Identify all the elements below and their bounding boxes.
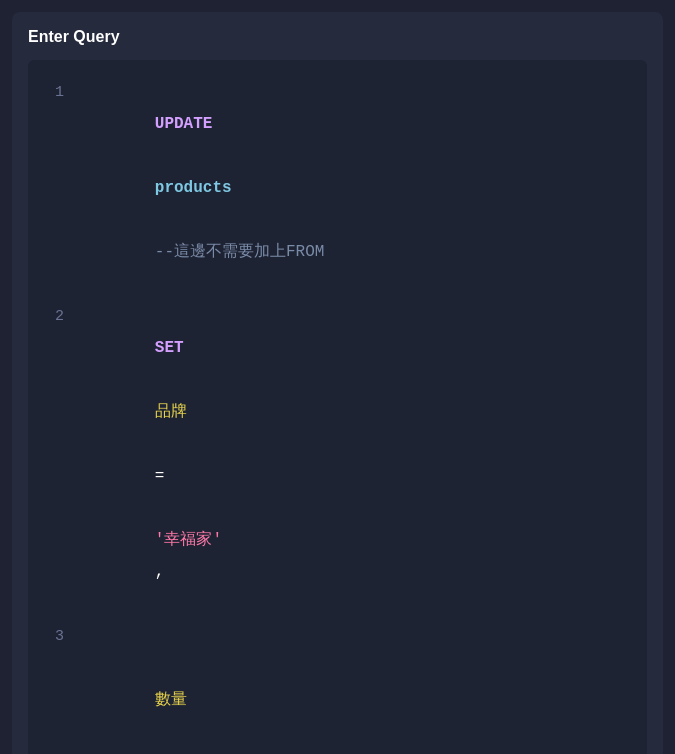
keyword-set: SET bbox=[155, 339, 184, 357]
field-brand: 品牌 bbox=[155, 403, 187, 421]
comment-text: --這邊不需要加上FROM bbox=[155, 243, 325, 261]
line-number-3: 3 bbox=[40, 622, 64, 652]
space bbox=[155, 211, 165, 229]
code-line-2: 2 SET 品牌 = '幸福家' , bbox=[40, 300, 635, 620]
keyword-update: UPDATE bbox=[155, 115, 213, 133]
field-qty: 數量 bbox=[155, 691, 187, 709]
comma: , bbox=[155, 563, 165, 581]
operator-eq: = bbox=[155, 467, 165, 485]
space bbox=[155, 499, 165, 517]
code-line-1: 1 UPDATE products --這邊不需要加上FROM bbox=[40, 76, 635, 300]
code-line-3: 3 數量 = 250 bbox=[40, 620, 635, 754]
line-number-1: 1 bbox=[40, 78, 64, 108]
code-editor[interactable]: 1 UPDATE products --這邊不需要加上FROM 2 SET 品牌… bbox=[28, 60, 647, 754]
line-content-3: 數量 = 250 bbox=[78, 620, 232, 754]
query-section: Enter Query 1 UPDATE products --這邊不需要加上F… bbox=[12, 12, 663, 754]
space bbox=[155, 371, 165, 389]
space bbox=[155, 723, 165, 741]
value-brand: '幸福家' bbox=[155, 531, 222, 549]
table-name: products bbox=[155, 179, 232, 197]
space bbox=[155, 147, 165, 165]
space bbox=[155, 435, 165, 453]
query-section-title: Enter Query bbox=[28, 28, 647, 46]
indent bbox=[155, 659, 232, 677]
line-content-1: UPDATE products --這邊不需要加上FROM bbox=[78, 76, 324, 300]
line-number-2: 2 bbox=[40, 302, 64, 332]
line-content-2: SET 品牌 = '幸福家' , bbox=[78, 300, 222, 620]
